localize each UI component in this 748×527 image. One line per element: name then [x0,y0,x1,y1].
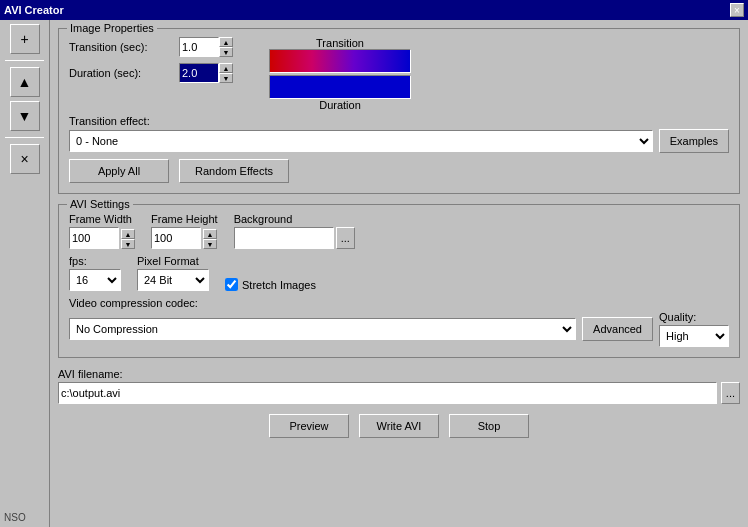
vcomp-row: Video compression codec: No Compression … [69,297,729,347]
frame-width-down[interactable]: ▼ [121,239,135,249]
pixfmt-select[interactable]: 24 Bit [137,269,209,291]
transition-label: Transition (sec): [69,41,179,53]
advanced-button[interactable]: Advanced [582,317,653,341]
duration-bar [270,76,410,98]
action-row: Apply All Random Effects [69,159,729,183]
move-up-button[interactable]: ▲ [10,67,40,97]
delete-button[interactable]: × [10,144,40,174]
quality-row: High [659,325,729,347]
quality-label: Quality: [659,311,729,323]
frame-height-group: Frame Height ▲ ▼ [151,213,218,249]
frame-width-label: Frame Width [69,213,135,225]
apply-all-button[interactable]: Apply All [69,159,169,183]
transition-bar-label: Transition [270,37,410,49]
random-effects-button[interactable]: Random Effects [179,159,289,183]
avi-settings-label: AVI Settings [67,198,133,210]
vcomp-label: Video compression codec: [69,297,729,309]
right-panel: Image Properties Transition (sec): ▲ ▼ [50,20,748,527]
effect-section: Transition effect: 0 - None Examples [69,115,729,153]
divider-1 [5,60,44,61]
transition-spin: ▲ ▼ [179,37,233,57]
stretch-group: Stretch Images [225,255,316,291]
frame-height-row: ▲ ▼ [151,227,218,249]
fps-select[interactable]: 16 [69,269,121,291]
bottom-buttons: Preview Write AVI Stop [58,414,740,438]
frame-width-up[interactable]: ▲ [121,229,135,239]
stretch-label: Stretch Images [242,279,316,291]
stop-button[interactable]: Stop [449,414,529,438]
frame-width-spin: ▲ ▼ [121,229,135,249]
main-window: AVI Creator × + ▲ ▼ × Image Properties [0,0,748,527]
duration-spin-btns: ▲ ▼ [219,63,233,83]
avi-settings-group: AVI Settings Frame Width ▲ ▼ [58,204,740,358]
effect-label: Transition effect: [69,115,729,127]
add-button[interactable]: + [10,24,40,54]
transition-preview: Transition Duration [269,37,411,111]
effect-select[interactable]: 0 - None [69,130,653,152]
filename-browse-btn[interactable]: ... [721,382,740,404]
close-button[interactable]: × [730,3,744,17]
vcomp-controls: No Compression Advanced Quality: High [69,311,729,347]
background-label: Background [234,213,355,225]
background-input[interactable] [234,227,334,249]
background-browse-btn[interactable]: ... [336,227,355,249]
background-row: ... [234,227,355,249]
duration-gradient [269,75,411,99]
frame-height-down[interactable]: ▼ [203,239,217,249]
duration-down-btn[interactable]: ▼ [219,73,233,83]
pixfmt-label: Pixel Format [137,255,209,267]
pixfmt-group: Pixel Format 24 Bit [137,255,209,291]
duration-up-btn[interactable]: ▲ [219,63,233,73]
duration-bar-label: Duration [270,99,410,111]
filename-row: ... [58,382,740,404]
window-title: AVI Creator [4,4,64,16]
stretch-checkbox[interactable] [225,278,238,291]
duration-spin: ▲ ▼ [179,63,233,83]
duration-label: Duration (sec): [69,67,179,79]
quality-select[interactable]: High [659,325,729,347]
transition-gradient [269,49,411,73]
duration-row: Duration (sec): ▲ ▼ [69,63,233,83]
transition-up-btn[interactable]: ▲ [219,37,233,47]
main-layout: + ▲ ▼ × Image Properties Transition (sec… [0,20,748,527]
fps-label: fps: [69,255,121,267]
avi-top-row: Frame Width ▲ ▼ Frame Height [69,213,729,249]
move-down-button[interactable]: ▼ [10,101,40,131]
divider-2 [5,137,44,138]
transition-input[interactable] [179,37,219,57]
transition-down-btn[interactable]: ▼ [219,47,233,57]
duration-input[interactable] [179,63,219,83]
write-avi-button[interactable]: Write AVI [359,414,439,438]
frame-height-up[interactable]: ▲ [203,229,217,239]
ip-fields: Transition (sec): ▲ ▼ Duration [69,37,233,89]
transition-spin-btns: ▲ ▼ [219,37,233,57]
avi-mid-row: fps: 16 Pixel Format 24 Bit [69,255,729,291]
transition-bar [270,50,410,72]
stretch-row: Stretch Images [225,278,316,291]
vcomp-select[interactable]: No Compression [69,318,576,340]
fps-group: fps: 16 [69,255,121,291]
effect-row: 0 - None Examples [69,129,729,153]
title-bar: AVI Creator × [0,0,748,20]
frame-height-spin: ▲ ▼ [203,229,217,249]
frame-width-row: ▲ ▼ [69,227,135,249]
filename-section: AVI filename: ... [58,368,740,404]
frame-height-input[interactable] [151,227,201,249]
frame-width-group: Frame Width ▲ ▼ [69,213,135,249]
examples-button[interactable]: Examples [659,129,729,153]
filename-input[interactable] [58,382,717,404]
left-panel: + ▲ ▼ × [0,20,50,527]
frame-height-label: Frame Height [151,213,218,225]
filename-label: AVI filename: [58,368,740,380]
frame-width-input[interactable] [69,227,119,249]
transition-row: Transition (sec): ▲ ▼ [69,37,233,57]
quality-group: Quality: High [659,311,729,347]
image-properties-label: Image Properties [67,22,157,34]
image-properties-group: Image Properties Transition (sec): ▲ ▼ [58,28,740,194]
preview-button[interactable]: Preview [269,414,349,438]
background-group: Background ... [234,213,355,249]
